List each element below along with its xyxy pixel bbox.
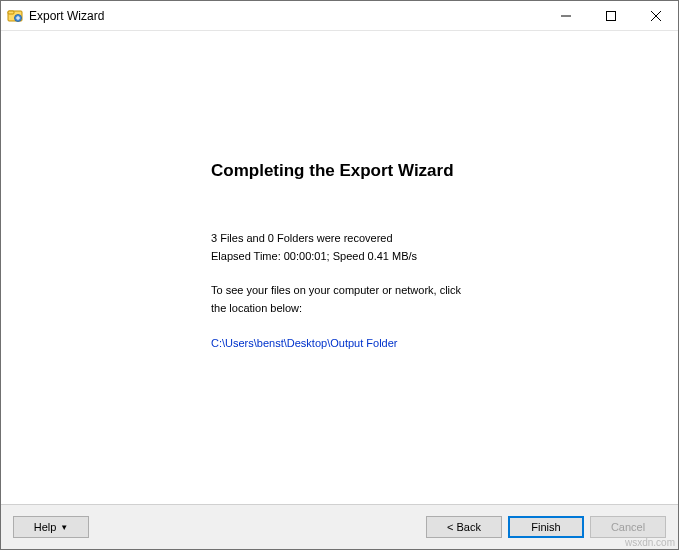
wizard-content: Completing the Export Wizard 3 Files and… — [1, 31, 678, 504]
help-button[interactable]: Help ▼ — [13, 516, 89, 538]
cancel-button-label: Cancel — [611, 521, 645, 533]
cancel-button: Cancel — [590, 516, 666, 538]
minimize-icon — [561, 11, 571, 21]
summary-line-1: 3 Files and 0 Folders were recovered — [211, 231, 648, 247]
back-button-label: < Back — [447, 521, 481, 533]
titlebar-controls — [543, 1, 678, 30]
window-title: Export Wizard — [29, 9, 543, 23]
footer-left: Help ▼ — [13, 516, 89, 538]
wizard-footer: Help ▼ < Back Finish Cancel — [1, 504, 678, 549]
output-location-link[interactable]: C:\Users\benst\Desktop\Output Folder — [211, 337, 397, 349]
titlebar: Export Wizard — [1, 1, 678, 31]
svg-rect-4 — [606, 11, 615, 20]
close-button[interactable] — [633, 1, 678, 30]
summary-line-2: Elapsed Time: 00:00:01; Speed 0.41 MB/s — [211, 249, 648, 265]
svg-rect-1 — [8, 11, 14, 14]
instruction-line-2: the location below: — [211, 301, 648, 317]
footer-right: < Back Finish Cancel — [426, 516, 666, 538]
maximize-button[interactable] — [588, 1, 633, 30]
wizard-left-pane — [31, 51, 201, 494]
app-icon — [7, 8, 23, 24]
help-button-label: Help — [34, 521, 57, 533]
back-button[interactable]: < Back — [426, 516, 502, 538]
export-wizard-window: Export Wizard Completing the Export Wiza… — [0, 0, 679, 550]
finish-button[interactable]: Finish — [508, 516, 584, 538]
page-heading: Completing the Export Wizard — [211, 161, 648, 181]
instruction-line-1: To see your files on your computer or ne… — [211, 283, 648, 299]
minimize-button[interactable] — [543, 1, 588, 30]
wizard-right-pane: Completing the Export Wizard 3 Files and… — [201, 51, 648, 494]
close-icon — [651, 11, 661, 21]
finish-button-label: Finish — [531, 521, 560, 533]
maximize-icon — [606, 11, 616, 21]
chevron-down-icon: ▼ — [60, 523, 68, 532]
